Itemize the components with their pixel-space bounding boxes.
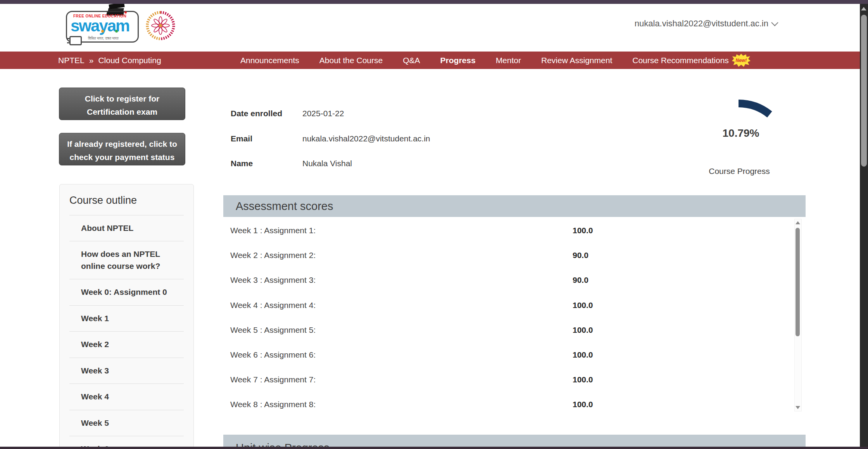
emblem-logo — [145, 10, 176, 41]
payment-status-button[interactable]: If already registered, click to check yo… — [59, 133, 185, 165]
score-value: 100.0 — [573, 226, 593, 235]
scores-scrollbar-thumb[interactable] — [796, 228, 800, 336]
outline-item-week4[interactable]: Week 4 — [69, 384, 184, 410]
course-navbar: NPTEL » Cloud Computing Announcements Ab… — [0, 52, 860, 69]
scores-scrollbar-down-arrow[interactable] — [796, 406, 800, 409]
nav-course-recommendations[interactable]: Course Recommendations — [632, 56, 729, 65]
breadcrumb-course[interactable]: Cloud Computing — [98, 56, 161, 65]
outline-item-week1[interactable]: Week 1 — [69, 306, 184, 332]
assessment-scores-title: Assessment scores — [223, 195, 806, 213]
logo-accent-dot-orange — [101, 30, 104, 33]
info-row-date-enrolled: Date enrolled 2025-01-22 — [231, 101, 564, 126]
window-bottom-bar — [0, 447, 868, 449]
outline-item-about-nptel[interactable]: About NPTEL — [69, 215, 184, 241]
score-row-week7: Week 7 : Assignment 7: 100.0 — [223, 367, 806, 392]
score-row-week1: Week 1 : Assignment 1: 100.0 — [223, 218, 806, 243]
course-outline-panel: Course outline About NPTEL How does an N… — [59, 184, 194, 449]
score-row-week8: Week 8 : Assignment 8: 100.0 — [223, 392, 806, 417]
outline-item-week3[interactable]: Week 3 — [69, 358, 184, 384]
score-row-week4: Week 4 : Assignment 4: 100.0 — [223, 293, 806, 318]
score-value: 100.0 — [573, 375, 593, 384]
site-header: FREE ONLINE EDUCATION swayam शिक्षित भार… — [0, 4, 860, 52]
info-row-name: Name Nukala Vishal — [231, 151, 564, 176]
plug-icon — [69, 36, 82, 45]
score-value: 90.0 — [573, 275, 588, 285]
nav-qa[interactable]: Q&A — [403, 56, 420, 65]
score-row-week3: Week 3 : Assignment 3: 90.0 — [223, 268, 806, 292]
course-outline-title: Course outline — [69, 184, 184, 215]
email-label: Email — [231, 134, 302, 143]
breadcrumb-nptel[interactable]: NPTEL — [58, 56, 85, 65]
account-email: nukala.vishal2022@vitstudent.ac.in — [635, 19, 768, 29]
score-label: Week 7 : Assignment 7: — [223, 375, 316, 384]
outline-item-how-course-works[interactable]: How does an NPTEL online course work? — [69, 241, 184, 279]
account-menu[interactable]: nukala.vishal2022@vitstudent.ac.in — [635, 19, 777, 29]
score-value: 100.0 — [573, 325, 593, 335]
logo-brand-text: swayam — [71, 17, 129, 35]
logo-hindi-tagline: शिक्षित भारत, उन्नत भारत — [88, 36, 119, 41]
nav-progress[interactable]: Progress — [440, 56, 476, 65]
scores-scrollbar-up-arrow[interactable] — [796, 221, 800, 224]
score-value: 100.0 — [573, 301, 593, 310]
breadcrumb: NPTEL » Cloud Computing — [58, 52, 161, 69]
outline-item-week2[interactable]: Week 2 — [69, 332, 184, 358]
score-label: Week 1 : Assignment 1: — [223, 226, 316, 235]
outline-item-week0[interactable]: Week 0: Assignment 0 — [69, 279, 184, 305]
assessment-scores-list: Week 1 : Assignment 1: 100.0 Week 2 : As… — [223, 218, 806, 412]
browser-scrollbar-thumb[interactable] — [861, 15, 867, 167]
nav-mentor[interactable]: Mentor — [496, 56, 521, 65]
chevron-down-icon — [771, 19, 778, 26]
score-row-week6: Week 6 : Assignment 6: 100.0 — [223, 342, 806, 367]
score-label: Week 2 : Assignment 2: — [223, 251, 316, 260]
progress-arc — [684, 99, 793, 207]
page: FREE ONLINE EDUCATION swayam शिक्षित भार… — [0, 0, 868, 449]
date-enrolled-value: 2025-01-22 — [302, 109, 344, 118]
nav-about-the-course[interactable]: About the Course — [319, 56, 383, 65]
nav-announcements[interactable]: Announcements — [240, 56, 299, 65]
progress-label: Course Progress — [701, 167, 778, 176]
outline-item-week5[interactable]: Week 5 — [69, 410, 184, 436]
nav-review-assignment[interactable]: Review Assignment — [541, 56, 612, 65]
info-row-email: Email nukala.vishal2022@vitstudent.ac.in — [231, 126, 564, 151]
score-label: Week 3 : Assignment 3: — [223, 275, 316, 285]
score-row-week5: Week 5 : Assignment 5: 100.0 — [223, 318, 806, 342]
enrollment-info: Date enrolled 2025-01-22 Email nukala.vi… — [231, 101, 564, 176]
logo-accent-dot-green — [115, 30, 118, 33]
score-value: 100.0 — [573, 350, 593, 360]
score-label: Week 8 : Assignment 8: — [223, 400, 316, 409]
assessment-scores-header: Assessment scores — [223, 195, 806, 217]
register-certification-button[interactable]: Click to register for Certification exam — [59, 88, 185, 120]
scores-scrollbar[interactable] — [794, 219, 802, 411]
email-value: nukala.vishal2022@vitstudent.ac.in — [302, 134, 430, 143]
browser-scrollbar[interactable] — [860, 4, 868, 447]
browser-scrollbar-up-arrow[interactable] — [861, 7, 866, 10]
score-label: Week 4 : Assignment 4: — [223, 301, 316, 310]
score-label: Week 6 : Assignment 6: — [223, 350, 316, 360]
swayam-logo[interactable]: FREE ONLINE EDUCATION swayam शिक्षित भार… — [66, 11, 139, 43]
nav-menu: Announcements About the Course Q&A Progr… — [240, 52, 751, 69]
name-value: Nukala Vishal — [302, 159, 352, 168]
score-value: 100.0 — [573, 400, 593, 409]
name-label: Name — [231, 159, 302, 168]
score-row-week2: Week 2 : Assignment 2: 90.0 — [223, 243, 806, 268]
new-badge: New! — [732, 54, 751, 67]
date-enrolled-label: Date enrolled — [231, 109, 302, 118]
progress-percent: 10.79% — [702, 127, 780, 139]
score-label: Week 5 : Assignment 5: — [223, 325, 316, 335]
breadcrumb-separator: » — [89, 56, 94, 65]
score-value: 90.0 — [573, 251, 588, 260]
window-top-bar — [0, 0, 868, 4]
